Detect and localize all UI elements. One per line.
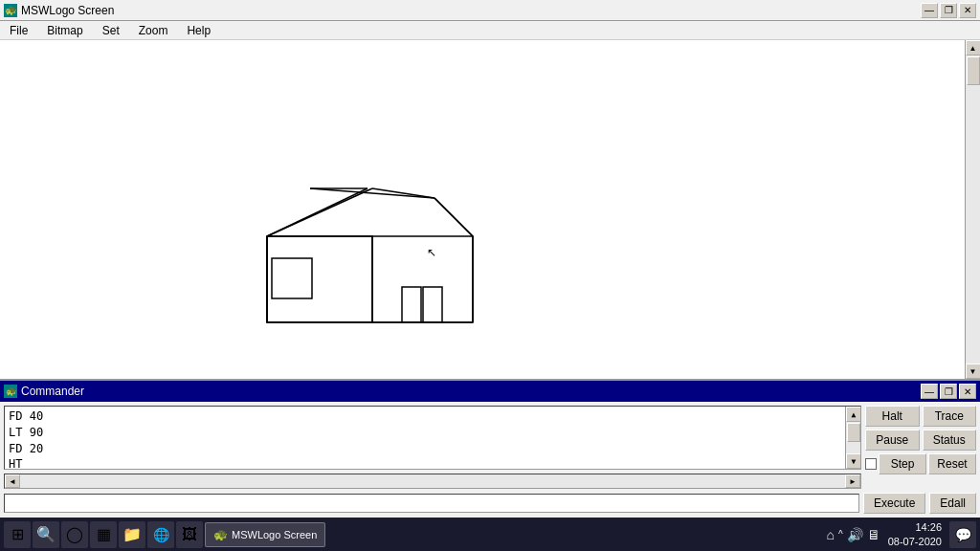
hscroll-left[interactable]: ◄	[5, 474, 20, 488]
svg-line-11	[434, 198, 473, 236]
commander-title: Commander	[21, 385, 84, 398]
svg-rect-12	[272, 258, 312, 298]
window-title: MSWLogo Screen	[21, 4, 114, 17]
svg-rect-4	[267, 236, 372, 322]
system-clock[interactable]: 14:26 08-07-2020	[888, 520, 942, 548]
commander-body: FD 40 LT 90 FD 20 HT ▲ ▼ ◄ ►	[0, 402, 980, 491]
svg-line-3	[310, 188, 434, 198]
tray-network[interactable]: ⌂	[827, 527, 835, 542]
output-line-3: FD 20	[9, 441, 857, 457]
commander-icon: 🐢	[4, 385, 17, 398]
status-button[interactable]: Status	[923, 430, 977, 451]
output-hscrollbar[interactable]: ◄ ►	[4, 474, 861, 489]
file-explorer-taskbar[interactable]: 📁	[119, 521, 145, 548]
app-taskbar-label: MSWLogo Screen	[232, 529, 317, 540]
output-scrollbar[interactable]: ▲ ▼	[845, 407, 860, 469]
menu-help[interactable]: Help	[181, 22, 216, 39]
output-scroll-down[interactable]: ▼	[846, 453, 861, 469]
svg-rect-13	[402, 287, 421, 322]
commander-minimize[interactable]: —	[921, 384, 938, 399]
commander-title-bar: 🐢 Commander — ❐ ✕	[0, 381, 980, 402]
clock-time: 14:26	[888, 520, 942, 534]
photos-taskbar[interactable]: 🖼	[176, 521, 203, 548]
edall-button[interactable]: Edall	[929, 493, 976, 514]
svg-line-9	[267, 188, 372, 236]
output-line-4: HT	[9, 456, 857, 470]
commander-restore[interactable]: ❐	[940, 384, 957, 399]
output-line-2: LT 90	[9, 425, 857, 441]
mswlogo-taskbar-app[interactable]: 🐢 MSWLogo Screen	[205, 522, 325, 547]
menu-set[interactable]: Set	[97, 22, 125, 39]
reset-button[interactable]: Reset	[928, 453, 976, 474]
trace-button[interactable]: Trace	[923, 406, 977, 427]
svg-text:↖: ↖	[427, 246, 436, 259]
commander-close[interactable]: ✕	[959, 384, 976, 399]
restore-button[interactable]: ❐	[940, 3, 957, 18]
taskbar: ⊞ 🔍 ◯ ▦ 📁 🌐 🖼 🐢 MSWLogo Screen ⌂ ^ 🔊 🖥 1…	[0, 518, 980, 551]
tray-display[interactable]: 🖥	[867, 527, 880, 542]
step-row: Step Reset	[865, 453, 976, 474]
tray-volume[interactable]: 🔊	[847, 527, 863, 542]
scroll-down-button[interactable]: ▼	[966, 364, 981, 379]
taskbar-right: ⌂ ^ 🔊 🖥 14:26 08-07-2020 💬	[827, 520, 976, 548]
scroll-up-button[interactable]: ▲	[966, 40, 981, 55]
halt-button[interactable]: Halt	[865, 406, 920, 427]
step-button[interactable]: Step	[879, 453, 926, 474]
canvas-scrollbar[interactable]: ▲ ▼	[965, 40, 980, 379]
menu-zoom[interactable]: Zoom	[133, 22, 174, 39]
start-button[interactable]: ⊞	[4, 521, 31, 548]
commander-input-area: Execute Edall	[4, 493, 976, 514]
hscroll-track	[20, 474, 845, 488]
commander-title-left: 🐢 Commander	[4, 385, 84, 398]
notification-icon[interactable]: 💬	[949, 521, 976, 548]
svg-rect-14	[423, 287, 442, 322]
title-buttons: — ❐ ✕	[921, 3, 976, 18]
output-line-1: FD 40	[9, 408, 857, 425]
menu-bar: File Bitmap Set Zoom Help	[0, 21, 980, 40]
commander-title-buttons: — ❐ ✕	[921, 384, 976, 399]
hscroll-right[interactable]: ►	[845, 474, 860, 488]
output-scroll-thumb[interactable]	[847, 423, 860, 442]
house-drawing: ↖	[0, 40, 965, 379]
tray-caret[interactable]: ^	[838, 529, 843, 540]
menu-file[interactable]: File	[4, 22, 33, 39]
close-button[interactable]: ✕	[959, 3, 976, 18]
drawing-canvas: ↖ ▲ ▼	[0, 40, 980, 379]
output-scroll-track	[846, 422, 860, 453]
browser-taskbar[interactable]: 🌐	[147, 521, 174, 548]
clock-date: 08-07-2020	[888, 535, 942, 548]
system-tray: ⌂ ^ 🔊 🖥	[827, 527, 880, 542]
app-taskbar-icon: 🐢	[213, 528, 228, 541]
commander-buttons: Halt Trace Pause Status Step Reset	[865, 402, 980, 491]
minimize-button[interactable]: —	[921, 3, 938, 18]
title-bar-left: 🐢 MSWLogo Screen	[4, 4, 114, 17]
commander-input[interactable]	[4, 494, 859, 513]
output-scroll-up[interactable]: ▲	[846, 407, 861, 422]
task-view[interactable]: ◯	[61, 521, 88, 548]
pause-button[interactable]: Pause	[865, 430, 920, 451]
taskbar-apps[interactable]: ▦	[90, 521, 117, 548]
taskbar-left: ⊞ 🔍 ◯ ▦ 📁 🌐 🖼 🐢 MSWLogo Screen	[4, 521, 325, 548]
search-taskbar[interactable]: 🔍	[33, 521, 59, 548]
execute-button[interactable]: Execute	[863, 493, 925, 514]
step-checkbox[interactable]	[865, 458, 877, 470]
menu-bitmap[interactable]: Bitmap	[41, 22, 88, 39]
commander-panel: 🐢 Commander — ❐ ✕ FD 40 LT 90 FD 20 HT ▲	[0, 379, 980, 518]
scroll-thumb[interactable]	[967, 56, 980, 85]
title-bar: 🐢 MSWLogo Screen — ❐ ✕	[0, 0, 980, 21]
scroll-track	[966, 55, 981, 364]
commander-output: FD 40 LT 90 FD 20 HT ▲ ▼	[4, 406, 861, 470]
app-icon: 🐢	[4, 4, 17, 17]
